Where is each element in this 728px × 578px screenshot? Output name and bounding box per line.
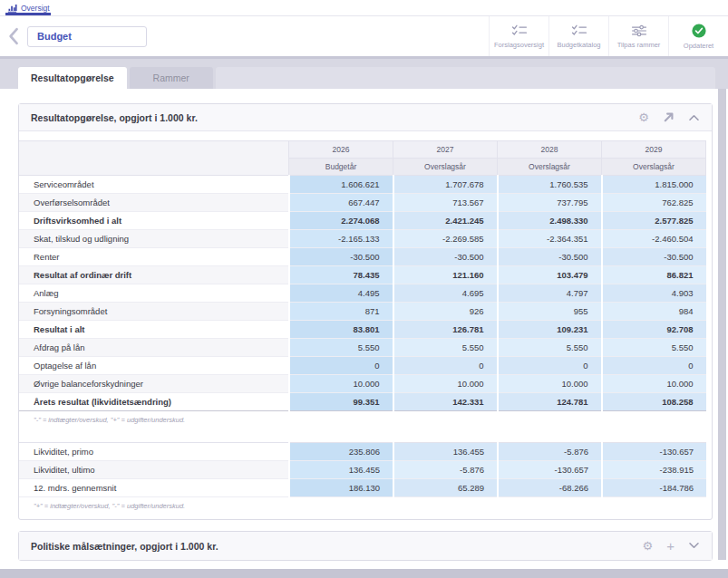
corner-header-cell: [19, 141, 289, 176]
row-label: Serviceområdet: [19, 176, 289, 194]
arrow-up-right-icon[interactable]: [663, 111, 675, 123]
table-row: Øvrige balanceforskydninger10.00010.0001…: [19, 375, 706, 393]
tab-resultatopgorelse[interactable]: Resultatopgørelse: [18, 67, 127, 89]
top-tab-bar: Oversigt: [0, 0, 728, 16]
result-panel-icons: ⚙: [638, 111, 700, 123]
value-cell: -5.876: [498, 443, 602, 461]
value-cell: 10.000: [498, 375, 602, 393]
value-cell: -2.165.133: [289, 230, 393, 248]
year-header: 2029: [602, 141, 706, 159]
table-row: Resultat i alt83.801126.781109.23192.708: [19, 321, 706, 339]
row-label: Optagelse af lån: [19, 357, 289, 375]
row-label: Overførselsområdet: [19, 194, 289, 212]
year-type-header: Budgetår: [289, 159, 393, 176]
action-label: Opdateret: [684, 42, 713, 50]
sliders-icon: [631, 24, 647, 37]
value-cell: -238.915: [602, 461, 706, 479]
value-cell: -68.266: [498, 479, 602, 497]
gear-icon[interactable]: ⚙: [638, 111, 649, 123]
check-circle-icon: [692, 24, 706, 38]
result-panel-title: Resultatopgørelse, opgjort i 1.000 kr.: [31, 112, 198, 123]
value-cell: 142.331: [393, 393, 498, 411]
result-panel: Resultatopgørelse, opgjort i 1.000 kr. ⚙…: [18, 103, 713, 520]
table-row: Optagelse af lån0000: [19, 357, 706, 375]
value-cell: 5.550: [393, 339, 498, 357]
row-label: Skat, tilskud og udligning: [19, 230, 289, 248]
value-cell: -2.269.585: [393, 230, 498, 248]
value-cell: 871: [289, 303, 393, 321]
value-cell: 737.795: [498, 194, 602, 212]
value-cell: 5.550: [289, 339, 393, 357]
value-cell: -130.657: [498, 461, 602, 479]
value-cell: 1.606.621: [289, 176, 393, 194]
main-content: Resultatopgørelse, opgjort i 1.000 kr. ⚙…: [0, 89, 728, 561]
table-row: Overførselsområdet667.447713.567737.7957…: [19, 194, 706, 212]
row-label: 12. mdrs. gennemsnit: [19, 479, 289, 497]
tab-oversigt-label: Oversigt: [21, 4, 50, 13]
row-label: Forsyningsområdet: [19, 303, 289, 321]
goals-panel-icons: ⚙ +: [643, 539, 700, 553]
result-table: 2026 2027 2028 2029 Budgetår Overslagsår…: [19, 140, 706, 411]
page-header: Forslagsoversigt Budgetkatalog Tilpas: [0, 16, 728, 56]
value-cell: -30.500: [498, 248, 602, 266]
value-cell: 103.479: [498, 266, 602, 284]
value-cell: 121.160: [393, 266, 498, 284]
row-label: Årets resultat (likviditetsændring): [19, 393, 289, 411]
budget-title-input[interactable]: [27, 26, 147, 47]
table-row: Skat, tilskud og udligning-2.165.133-2.2…: [19, 230, 706, 248]
opdateret-status[interactable]: Opdateret: [668, 16, 728, 56]
value-cell: 955: [498, 303, 602, 321]
value-cell: 92.708: [602, 321, 706, 339]
value-cell: 1.815.000: [602, 176, 706, 194]
value-cell: 926: [393, 303, 498, 321]
tab-rammer[interactable]: Rammer: [130, 67, 213, 89]
value-cell: 1.707.678: [393, 176, 498, 194]
chevron-up-icon[interactable]: [688, 113, 700, 121]
tab-strip: Resultatopgørelse Rammer: [0, 59, 728, 89]
value-cell: -130.657: [602, 443, 706, 461]
table-row: Serviceområdet1.606.6211.707.6781.760.53…: [19, 176, 706, 194]
value-cell: 78.435: [289, 266, 393, 284]
value-cell: 10.000: [289, 375, 393, 393]
chevron-down-icon[interactable]: [688, 542, 700, 550]
gear-icon[interactable]: ⚙: [643, 540, 654, 552]
value-cell: 109.231: [498, 321, 602, 339]
vertical-scrollbar[interactable]: [718, 89, 726, 560]
value-cell: 124.781: [498, 393, 602, 411]
value-cell: 5.550: [498, 339, 602, 357]
liquidity-footnote: "+" = indtægter/overskud, "-" = udgifter…: [19, 497, 706, 510]
result-footnote: "-" = indtægter/overskud, "+" = udgifter…: [19, 411, 706, 424]
table-row: Driftsvirksomhed i alt2.274.0682.421.245…: [19, 212, 706, 230]
liquidity-table-body: Likviditet, primo235.806136.455-5.876-13…: [19, 443, 706, 497]
budgetkatalog-button[interactable]: Budgetkatalog: [548, 16, 608, 56]
value-cell: 4.695: [393, 284, 498, 303]
row-label: Resultat af ordinær drift: [19, 266, 289, 284]
result-table-wrap: 2026 2027 2028 2029 Budgetår Overslagsår…: [19, 131, 712, 519]
back-button[interactable]: [0, 27, 27, 45]
value-cell: -5.876: [393, 461, 498, 479]
value-cell: 667.447: [289, 194, 393, 212]
liquidity-table: Likviditet, primo235.806136.455-5.876-13…: [19, 442, 706, 497]
table-row: Anlæg4.4954.6954.7974.903: [19, 284, 706, 303]
value-cell: -2.460.504: [602, 230, 706, 248]
value-cell: 4.495: [289, 284, 393, 303]
year-type-header: Overslagsår: [393, 159, 498, 176]
row-label: Anlæg: [19, 284, 289, 303]
value-cell: 0: [602, 357, 706, 375]
year-type-header: Overslagsår: [498, 159, 602, 176]
result-panel-header: Resultatopgørelse, opgjort i 1.000 kr. ⚙: [19, 104, 712, 131]
table-row: Årets resultat (likviditetsændring)99.35…: [19, 393, 706, 411]
value-cell: 984: [602, 303, 706, 321]
action-label: Forslagsoversigt: [494, 41, 544, 49]
value-cell: 65.289: [393, 479, 498, 497]
row-label: Likviditet, ultimo: [19, 461, 289, 479]
value-cell: 10.000: [393, 375, 498, 393]
row-label: Renter: [19, 248, 289, 266]
row-label: Likviditet, primo: [19, 443, 289, 461]
table-row: Likviditet, ultimo136.455-5.876-130.657-…: [19, 461, 706, 479]
plus-icon[interactable]: +: [666, 539, 675, 553]
value-cell: -30.500: [289, 248, 393, 266]
horizontal-scrollbar[interactable]: [0, 569, 728, 578]
forslagsoversigt-button[interactable]: Forslagsoversigt: [489, 16, 548, 56]
tilpas-rammer-button[interactable]: Tilpas rammer: [608, 16, 668, 56]
